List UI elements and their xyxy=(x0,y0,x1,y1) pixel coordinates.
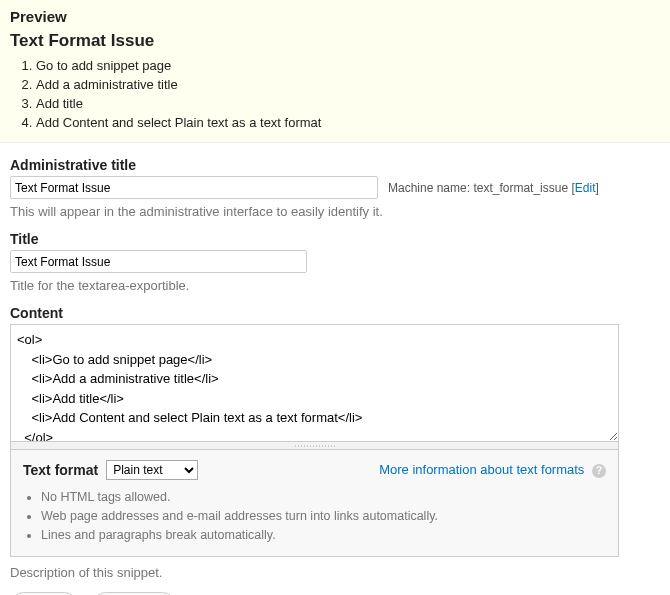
preview-block: Preview Text Format Issue Go to add snip… xyxy=(0,0,670,143)
list-item: No HTML tags allowed. xyxy=(41,488,606,507)
title-input[interactable] xyxy=(10,250,307,273)
text-format-tips: No HTML tags allowed. Web page addresses… xyxy=(41,488,606,544)
admin-title-label: Administrative title xyxy=(10,157,660,173)
list-item: Add Content and select Plain text as a t… xyxy=(36,114,660,133)
machine-name-prefix: Machine name: xyxy=(388,181,473,195)
preview-title: Text Format Issue xyxy=(10,31,660,51)
title-description: Title for the textarea-exportible. xyxy=(10,278,660,295)
snippet-form: Administrative title Machine name: text_… xyxy=(0,143,670,595)
list-item: Go to add snippet page xyxy=(36,57,660,76)
text-format-label: Text format xyxy=(23,462,98,478)
title-label: Title xyxy=(10,231,660,247)
text-format-fieldset: Text format Plain text More information … xyxy=(10,450,619,557)
content-label: Content xyxy=(10,305,660,321)
machine-name-display: Machine name: text_format_issue [Edit] xyxy=(388,181,599,195)
content-textarea[interactable]: <ol> <li>Go to add snippet page</li> <li… xyxy=(10,324,619,442)
machine-name-value: text_format_issue xyxy=(473,181,568,195)
list-item: Web page addresses and e-mail addresses … xyxy=(41,507,606,526)
preview-list: Go to add snippet page Add a administrat… xyxy=(36,57,660,132)
list-item: Lines and paragraphs break automatically… xyxy=(41,526,606,545)
admin-title-description: This will appear in the administrative i… xyxy=(10,204,660,221)
text-format-more-link[interactable]: More information about text formats xyxy=(379,462,584,477)
list-item: Add title xyxy=(36,95,660,114)
snippet-description: Description of this snippet. xyxy=(10,565,660,582)
list-item: Add a administrative title xyxy=(36,76,660,95)
help-icon[interactable]: ? xyxy=(592,464,606,478)
textarea-resize-grip[interactable] xyxy=(10,442,619,450)
admin-title-input[interactable] xyxy=(10,176,378,199)
machine-name-edit-link[interactable]: Edit xyxy=(575,181,596,195)
text-format-select[interactable]: Plain text xyxy=(106,460,198,480)
preview-heading: Preview xyxy=(10,8,660,25)
